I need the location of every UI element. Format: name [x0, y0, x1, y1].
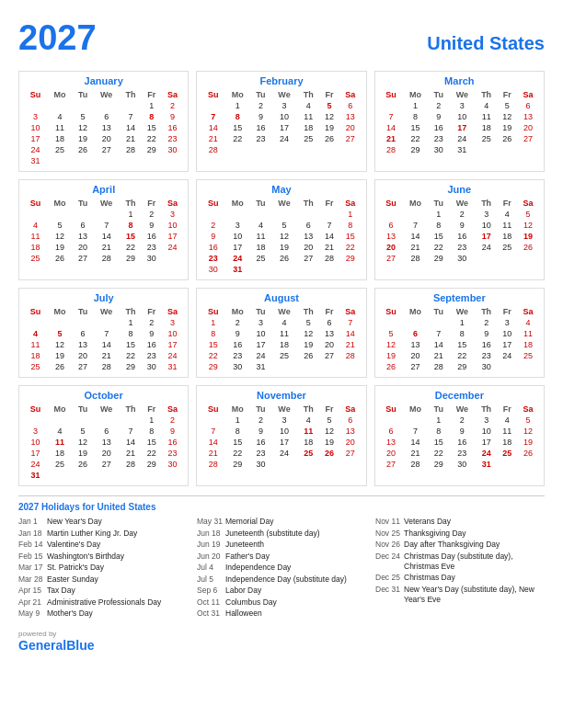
cal-day: 18 [297, 122, 319, 133]
cal-day [429, 317, 449, 328]
cal-day: 13 [73, 231, 93, 242]
cal-day [271, 144, 298, 155]
day-header-we: We [271, 89, 298, 100]
month-block-january: JanuarySuMoTuWeThFrSa1234567891011121314… [18, 71, 189, 172]
cal-day: 11 [297, 426, 319, 437]
day-header-fr: Fr [498, 198, 518, 209]
cal-day: 16 [250, 437, 270, 448]
month-title: December [380, 390, 539, 401]
cal-day: 17 [449, 122, 476, 133]
cal-day: 27 [380, 253, 403, 264]
cal-day: 11 [47, 437, 73, 448]
month-block-september: SeptemberSuMoTuWeThFrSa12345678910111213… [374, 288, 545, 378]
cal-day: 20 [380, 448, 403, 459]
cal-day: 23 [142, 242, 162, 253]
month-title: June [380, 184, 539, 195]
cal-day: 13 [339, 111, 362, 122]
cal-table: SuMoTuWeThFrSa12345678910111213141516171… [380, 306, 539, 372]
cal-day: 23 [449, 242, 476, 253]
cal-day: 8 [449, 328, 476, 339]
holiday-name: Memorial Day [225, 517, 273, 527]
cal-day: 1 [449, 317, 476, 328]
cal-day: 9 [449, 220, 476, 231]
cal-day: 31 [224, 264, 250, 275]
cal-day [319, 264, 339, 275]
holiday-date: Apr 15 [18, 586, 44, 596]
day-header-mo: Mo [403, 404, 429, 415]
cal-day: 20 [297, 242, 319, 253]
cal-day: 6 [517, 100, 539, 111]
day-header-su: Su [380, 89, 403, 100]
cal-day: 24 [24, 144, 47, 155]
cal-day [47, 415, 73, 426]
cal-day: 24 [250, 350, 270, 361]
day-header-sa: Sa [517, 404, 539, 415]
cal-day: 22 [142, 448, 162, 459]
holiday-entry: Nov 11Veterans Day [375, 517, 545, 527]
cal-day: 5 [271, 220, 298, 231]
cal-day: 14 [120, 122, 142, 133]
cal-day [476, 253, 498, 264]
day-header-th: Th [120, 404, 142, 415]
holiday-date: Feb 15 [18, 552, 44, 562]
cal-day: 1 [429, 415, 449, 426]
cal-day: 4 [250, 220, 270, 231]
cal-day [47, 100, 73, 111]
cal-day: 30 [162, 459, 184, 470]
cal-day [24, 415, 47, 426]
day-header-we: We [271, 404, 298, 415]
cal-day: 21 [201, 133, 224, 144]
cal-day: 3 [271, 100, 298, 111]
holiday-date: Nov 11 [375, 517, 401, 527]
cal-day: 12 [47, 231, 73, 242]
cal-day [162, 155, 184, 166]
cal-day [93, 415, 120, 426]
cal-day: 11 [498, 426, 518, 437]
holiday-name: Juneteenth (substitute day) [225, 529, 320, 539]
cal-day [271, 459, 298, 470]
cal-day: 5 [319, 100, 339, 111]
holiday-entry: Feb 14Valentine's Day [18, 540, 188, 550]
month-block-february: FebruarySuMoTuWeThFrSa123456789101112131… [196, 71, 366, 172]
cal-day [224, 209, 250, 220]
cal-day: 28 [403, 459, 429, 470]
cal-day [162, 470, 184, 481]
cal-day: 25 [517, 350, 539, 361]
cal-day: 15 [429, 437, 449, 448]
holiday-name: Independence Day [225, 563, 291, 573]
cal-day: 26 [498, 133, 518, 144]
cal-day: 11 [476, 111, 498, 122]
cal-day [120, 470, 142, 481]
cal-day: 21 [380, 133, 403, 144]
holiday-entry: Jul 5Independence Day (substitute day) [197, 574, 366, 585]
cal-day: 5 [498, 100, 518, 111]
cal-day: 2 [201, 220, 224, 231]
holiday-date: Dec 31 [375, 585, 401, 605]
cal-day: 13 [93, 437, 120, 448]
cal-day: 3 [162, 317, 184, 328]
cal-day: 26 [47, 253, 73, 264]
cal-day [339, 264, 362, 275]
cal-day: 7 [403, 426, 429, 437]
day-header-we: We [271, 198, 298, 209]
cal-day: 30 [429, 144, 449, 155]
cal-day: 31 [476, 459, 498, 470]
cal-day: 19 [517, 437, 539, 448]
cal-day [24, 317, 47, 328]
cal-day [162, 253, 184, 264]
day-header-su: Su [380, 198, 403, 209]
holiday-name: Martin Luther King Jr. Day [47, 529, 137, 539]
cal-day: 26 [297, 350, 319, 361]
cal-day: 12 [319, 111, 339, 122]
cal-day [93, 470, 120, 481]
cal-day: 19 [271, 242, 298, 253]
cal-day: 16 [429, 122, 449, 133]
cal-day [73, 100, 93, 111]
cal-day: 27 [319, 350, 339, 361]
cal-day: 24 [162, 350, 184, 361]
cal-day: 22 [429, 448, 449, 459]
day-header-fr: Fr [498, 306, 518, 317]
day-header-tu: Tu [250, 404, 270, 415]
day-header-tu: Tu [73, 306, 93, 317]
cal-day: 12 [47, 339, 73, 350]
